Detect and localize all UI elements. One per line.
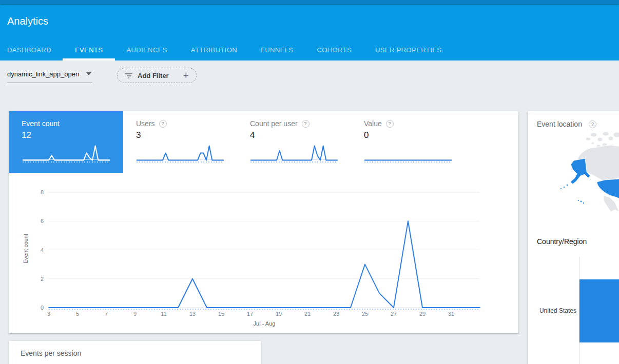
- svg-text:25: 25: [362, 311, 368, 317]
- filter-list-icon: [125, 72, 133, 79]
- chevron-down-icon: [86, 72, 91, 75]
- svg-text:19: 19: [276, 311, 282, 317]
- help-icon[interactable]: ?: [302, 120, 310, 128]
- event-count-sparkline: [21, 142, 112, 166]
- add-filter-button[interactable]: Add Filter +: [117, 68, 197, 83]
- value-sparkline: [362, 142, 454, 166]
- event-count-line-chart[interactable]: 0246835791113151719212325272931Jul - Aug: [9, 182, 518, 333]
- svg-text:17: 17: [247, 311, 253, 317]
- country-label: United States: [528, 307, 576, 314]
- metric-tab-value[interactable]: Value? 0: [351, 111, 465, 173]
- svg-text:5: 5: [76, 311, 79, 317]
- svg-text:15: 15: [218, 311, 224, 317]
- map-mexico: [604, 195, 619, 212]
- svg-text:8: 8: [41, 189, 44, 195]
- country-region-header: Country/Region: [537, 237, 587, 246]
- metric-label: Value: [364, 119, 382, 128]
- metric-tab-count-per-user[interactable]: Count per user? 4: [237, 111, 351, 173]
- tab-dashboard[interactable]: DASHBOARD: [7, 39, 51, 60]
- svg-text:2: 2: [41, 276, 44, 282]
- browser-top-strip: [0, 0, 619, 4]
- app-header: Analytics DASHBOARD EVENTS AUDIENCES ATT…: [0, 4, 619, 60]
- metric-value: 0: [364, 130, 465, 140]
- svg-text:Jul - Aug: Jul - Aug: [254, 320, 276, 327]
- tab-cohorts[interactable]: COHORTS: [317, 39, 352, 60]
- event-location-title: Event location: [537, 120, 582, 128]
- svg-text:7: 7: [105, 311, 108, 317]
- svg-text:3: 3: [47, 311, 50, 317]
- metric-label: Count per user: [250, 119, 298, 128]
- events-per-session-title: Events per session: [21, 349, 81, 357]
- tab-events[interactable]: EVENTS: [75, 39, 103, 60]
- event-location-card: Event location ? Coun: [528, 111, 619, 364]
- help-icon[interactable]: ?: [589, 120, 596, 128]
- svg-text:4: 4: [41, 247, 44, 253]
- tab-funnels[interactable]: FUNNELS: [261, 39, 293, 60]
- metric-value: 12: [22, 130, 123, 140]
- metric-label: Event count: [22, 119, 60, 128]
- users-sparkline: [134, 142, 226, 166]
- svg-text:29: 29: [419, 311, 425, 317]
- help-icon[interactable]: ?: [386, 120, 394, 128]
- north-america-map[interactable]: [528, 131, 619, 237]
- help-icon[interactable]: ?: [159, 120, 167, 128]
- event-select-dropdown[interactable]: dynamic_link_app_open: [7, 68, 92, 83]
- tab-audiences[interactable]: AUDIENCES: [126, 39, 167, 60]
- filter-bar: dynamic_link_app_open Add Filter +: [7, 68, 197, 83]
- map-aleutian-islands: [560, 185, 568, 190]
- main-nav: DASHBOARD EVENTS AUDIENCES ATTRIBUTION F…: [7, 39, 441, 60]
- event-detail-card: Event count 12 Users? 3 Count per user? …: [9, 111, 518, 333]
- svg-text:9: 9: [133, 311, 137, 317]
- metric-value: 3: [136, 130, 237, 140]
- metric-tabs: Event count 12 Users? 3 Count per user? …: [9, 111, 518, 173]
- metric-tab-users[interactable]: Users? 3: [123, 111, 237, 173]
- count-per-user-sparkline: [248, 142, 340, 166]
- events-per-session-card: Events per session: [9, 341, 261, 364]
- svg-text:23: 23: [333, 311, 339, 317]
- metric-label: Users: [136, 119, 155, 128]
- svg-text:27: 27: [391, 311, 397, 317]
- metric-value: 4: [250, 130, 351, 140]
- metric-tab-event-count[interactable]: Event count 12: [9, 111, 123, 173]
- svg-text:6: 6: [41, 218, 44, 224]
- svg-text:31: 31: [448, 311, 454, 317]
- svg-text:13: 13: [189, 311, 196, 317]
- event-select-value: dynamic_link_app_open: [7, 70, 79, 78]
- tab-user-properties[interactable]: USER PROPERTIES: [375, 39, 441, 60]
- map-hawaii: [578, 200, 584, 204]
- add-filter-label: Add Filter: [138, 72, 169, 79]
- svg-text:0: 0: [41, 305, 44, 311]
- svg-text:11: 11: [161, 311, 166, 317]
- page-title: Analytics: [7, 15, 48, 27]
- map-united-states[interactable]: [597, 178, 619, 199]
- svg-text:21: 21: [304, 311, 311, 317]
- tab-attribution[interactable]: ATTRIBUTION: [191, 39, 237, 60]
- plus-icon: +: [183, 71, 189, 80]
- united-states-bar[interactable]: [579, 279, 619, 342]
